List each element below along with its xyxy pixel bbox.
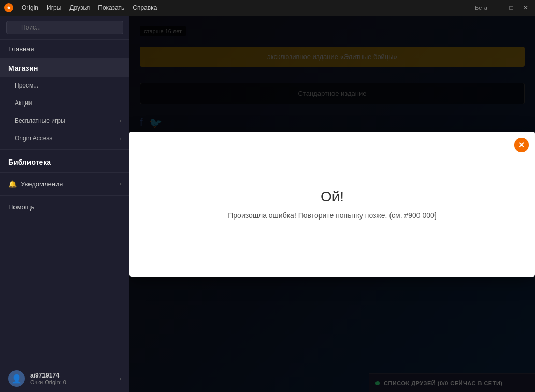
svg-point-1 [8,7,10,9]
maximize-button[interactable]: □ [506,3,516,13]
menu-origin[interactable]: Origin [22,4,38,11]
search-wrapper: 🔍 [6,21,123,34]
sidebar-divider [0,149,129,150]
help-label: Помощь [8,203,34,211]
menu-friends[interactable]: Друзья [69,4,90,11]
sidebar-item-origin-access[interactable]: Origin Access › [0,129,129,147]
user-points: Очки Origin: 0 [30,379,114,385]
search-input[interactable] [6,21,123,34]
app-layout: 🔍 Главная Магазин Просм... Акции Бесплат… [0,16,535,392]
error-modal: ✕ Ой! Произошла ошибка! Повторите попытк… [129,132,535,277]
sidebar: 🔍 Главная Магазин Просм... Акции Бесплат… [0,16,129,392]
user-name: ai9719174 [30,372,114,379]
modal-overlay: ✕ Ой! Произошла ошибка! Повторите попытк… [129,16,535,392]
sidebar-item-deals[interactable]: Акции [0,94,129,112]
modal-close-button[interactable]: ✕ [514,138,529,152]
user-profile-area[interactable]: 👤 ai9719174 Очки Origin: 0 › [0,365,129,392]
menu-view[interactable]: Показать [98,4,124,11]
home-label: Главная [8,45,34,53]
browse-label: Просм... [15,82,38,89]
sidebar-item-free-games[interactable]: Бесплатные игры › [0,112,129,129]
avatar-icon: 👤 [11,374,22,384]
menu-help[interactable]: Справка [133,4,157,11]
origin-access-chevron-icon: › [120,136,121,141]
sidebar-divider-3 [0,195,129,196]
bell-icon: 🔔 [8,180,17,188]
library-label: Библиотека [8,158,51,166]
title-bar-right: Бета — □ ✕ [475,3,531,13]
store-label: Магазин [8,64,38,72]
main-content: старше 16 лет эксклюзивное издание «Элит… [129,16,535,392]
title-bar: Origin Игры Друзья Показать Справка Бета… [0,0,535,16]
window-close-button[interactable]: ✕ [520,3,531,13]
avatar: 👤 [8,370,25,387]
origin-logo-icon [4,3,13,12]
sidebar-item-store[interactable]: Магазин [0,58,129,77]
sidebar-item-home[interactable]: Главная [0,40,129,58]
menu-games[interactable]: Игры [47,4,61,11]
minimize-button[interactable]: — [491,3,502,13]
beta-label: Бета [475,5,487,11]
menu-bar: Origin Игры Друзья Показать Справка [22,4,157,11]
title-bar-left: Origin Игры Друзья Показать Справка [4,3,157,12]
origin-access-label: Origin Access [15,135,52,142]
free-games-label: Бесплатные игры [15,117,65,124]
search-bar: 🔍 [0,16,129,40]
notifications-chevron-icon: › [120,181,121,187]
sidebar-item-notifications[interactable]: 🔔 Уведомления › [0,175,129,193]
modal-title: Ой! [321,188,344,205]
sidebar-item-help[interactable]: Помощь [0,198,129,216]
modal-message: Произошла ошибка! Повторите попытку позж… [228,211,437,220]
sidebar-item-library[interactable]: Библиотека [0,152,129,170]
free-games-chevron-icon: › [120,118,121,124]
close-icon: ✕ [518,141,525,149]
user-chevron-icon: › [120,376,121,382]
sidebar-item-browse[interactable]: Просм... [0,77,129,94]
sidebar-divider-2 [0,172,129,173]
notifications-label: Уведомления [21,180,63,188]
user-info: ai9719174 Очки Origin: 0 [30,372,114,385]
deals-label: Акции [15,99,32,107]
